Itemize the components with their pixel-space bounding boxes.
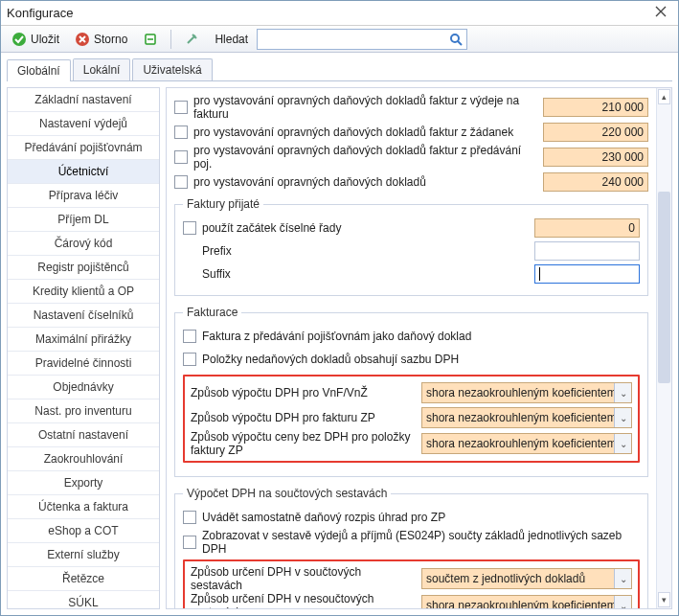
window-title: Konfigurace <box>7 6 649 20</box>
chevron-down-icon: ⌄ <box>620 574 627 584</box>
combo-value: shora nezaokrouhleným koeficientem <box>426 599 614 608</box>
main-panel: pro vystavování opravných daňových dokla… <box>166 87 672 609</box>
combo-label: Způsob výpočtu ceny bez DPH pro položky … <box>191 430 416 457</box>
row-label: pro vystavování opravných daňových dokla… <box>192 175 539 189</box>
checkbox-vypocet-1[interactable] <box>183 511 196 524</box>
label-prefix: Prefix <box>200 244 531 258</box>
tab-local[interactable]: Lokální <box>73 58 131 80</box>
sidebar-item[interactable]: Účtenka a faktura <box>8 495 159 519</box>
save-button[interactable]: Uložit <box>5 29 66 50</box>
chevron-down-icon: ▾ <box>662 595 667 605</box>
checkbox-vypocet-2[interactable] <box>183 536 196 549</box>
checkbox-fakturace-1[interactable] <box>183 330 196 343</box>
sidebar-item[interactable]: eShop a COT <box>8 519 159 543</box>
svg-point-0 <box>12 33 26 46</box>
search-box <box>257 29 467 50</box>
row-value[interactable]: 230 000 <box>543 148 648 167</box>
search-label: Hledat <box>215 33 248 46</box>
row-value[interactable]: 240 000 <box>543 172 648 192</box>
checkbox-fakturace-2[interactable] <box>183 353 196 366</box>
combo-value: shora nezaokrouhleným koeficientem <box>426 411 614 424</box>
sidebar-item[interactable]: Předávání pojišťovnám <box>8 136 159 160</box>
sidebar-item[interactable]: Řetězce <box>8 567 159 591</box>
sidebar-item[interactable]: Exporty <box>8 471 159 495</box>
combo-select[interactable]: shora nezaokrouhleným koeficientem⌄ <box>421 433 632 454</box>
close-button[interactable] <box>649 4 672 23</box>
scrollbar-up[interactable]: ▴ <box>658 89 670 104</box>
sidebar-item[interactable]: Nastavení výdejů <box>8 112 159 136</box>
checkbox[interactable] <box>174 150 188 164</box>
legend-vypocet: Výpočet DPH na součtových sestavách <box>183 487 391 500</box>
search-input[interactable] <box>258 30 445 49</box>
row-value[interactable]: 210 000 <box>543 98 648 117</box>
combo-label: Způsob výpočtu DPH pro fakturu ZP <box>191 411 416 424</box>
row-value[interactable]: 220 000 <box>543 123 648 142</box>
sidebar-item[interactable]: Pravidelné činnosti <box>8 352 159 376</box>
search-go-button[interactable] <box>445 32 466 47</box>
checkbox[interactable] <box>174 125 188 139</box>
combo-row: Způsob výpočtu ceny bez DPH pro položky … <box>191 430 632 457</box>
value-use-start[interactable]: 0 <box>534 218 640 238</box>
sidebar-item[interactable]: Ostatní nastavení <box>8 423 159 447</box>
sidebar-item[interactable]: SÚKL <box>8 591 159 609</box>
sidebar-item[interactable]: Maximální přirážky <box>8 328 159 352</box>
checkbox-use-start[interactable] <box>183 221 196 235</box>
combo-dropdown-button[interactable]: ⌄ <box>614 434 631 453</box>
sidebar-item[interactable]: Nast. pro inventuru <box>8 399 159 423</box>
cancel-button[interactable]: Storno <box>68 29 134 50</box>
search-button[interactable]: Hledat <box>208 30 255 49</box>
combo-dropdown-button[interactable]: ⌄ <box>614 569 631 588</box>
combo-select[interactable]: shora nezaokrouhleným koeficientem⌄ <box>421 407 632 428</box>
toolbar-icon-b[interactable] <box>177 29 206 50</box>
label-fakturace-2: Položky nedaňových dokladů obsahují sazb… <box>200 353 640 366</box>
chevron-up-icon: ▴ <box>662 92 667 102</box>
sidebar-item[interactable]: Příprava léčiv <box>8 184 159 208</box>
combo-dropdown-button[interactable]: ⌄ <box>614 383 631 402</box>
combo-row: Způsob výpočtu DPH pro VnF/VnŽshora neza… <box>191 380 632 405</box>
combo-dropdown-button[interactable]: ⌄ <box>614 408 631 427</box>
tool-icon <box>184 32 199 47</box>
combo-dropdown-button[interactable]: ⌄ <box>614 596 631 608</box>
label-vypocet-1: Uvádět samostatně daňový rozpis úhrad pr… <box>200 511 640 524</box>
titlebar: Konfigurace <box>1 1 678 26</box>
save-label: Uložit <box>31 33 59 46</box>
sidebar: Základní nastaveníNastavení výdejůPředáv… <box>7 87 160 609</box>
toolbar-icon-a[interactable] <box>136 29 165 50</box>
legend-faktury-prijate: Faktury přijaté <box>183 197 263 211</box>
scrollbar-thumb[interactable] <box>658 192 670 383</box>
combo-select[interactable]: shora nezaokrouhleným koeficientem⌄ <box>421 382 632 403</box>
sidebar-item[interactable]: Externí služby <box>8 543 159 567</box>
tab-global[interactable]: Globální <box>7 59 71 81</box>
tab-user[interactable]: Uživatelská <box>132 58 212 80</box>
row-label: pro vystavování opravných daňových dokla… <box>192 94 539 121</box>
body: Základní nastaveníNastavení výdejůPředáv… <box>1 81 678 615</box>
checkbox[interactable] <box>174 101 188 114</box>
number-series-row: pro vystavování opravných daňových dokla… <box>174 121 648 144</box>
sidebar-item[interactable]: Zaokrouhlování <box>8 447 159 471</box>
chevron-down-icon: ⌄ <box>620 388 627 399</box>
combo-select[interactable]: shora nezaokrouhleným koeficientem⌄ <box>421 595 632 608</box>
sidebar-item[interactable]: Základní nastavení <box>8 88 159 112</box>
fakturace-redbox: Způsob výpočtu DPH pro VnF/VnŽshora neza… <box>183 375 640 463</box>
fieldset-faktury-prijate: Faktury přijaté použít začátek číselné ř… <box>174 197 648 296</box>
top-section: pro vystavování opravných daňových dokla… <box>174 94 648 194</box>
scrollbar[interactable]: ▴ ▾ <box>656 88 671 608</box>
number-series-row: pro vystavování opravných daňových dokla… <box>174 94 648 121</box>
checkbox[interactable] <box>174 175 188 189</box>
input-prefix[interactable] <box>534 241 640 261</box>
svg-line-4 <box>458 41 462 45</box>
sidebar-item[interactable]: Objednávky <box>8 376 159 399</box>
sidebar-item[interactable]: Čárový kód <box>8 232 159 256</box>
sidebar-item[interactable]: Kredity klientů a OP <box>8 280 159 304</box>
scrollbar-down[interactable]: ▾ <box>658 592 670 607</box>
combo-select[interactable]: součtem z jednotlivých dokladů⌄ <box>421 568 632 589</box>
sidebar-item[interactable]: Účetnictví <box>8 160 159 184</box>
combo-label: Způsob výpočtu DPH pro VnF/VnŽ <box>191 386 416 399</box>
sidebar-item[interactable]: Registr pojištěnců <box>8 256 159 280</box>
input-suffix[interactable] <box>534 264 640 284</box>
vypocet-redbox: Způsob určení DPH v součtových sestavách… <box>183 559 640 608</box>
sidebar-item[interactable]: Příjem DL <box>8 208 159 232</box>
scrollbar-track[interactable] <box>657 105 671 591</box>
number-series-row: pro vystavování opravných daňových dokla… <box>174 144 648 171</box>
sidebar-item[interactable]: Nastavení číselníků <box>8 304 159 328</box>
